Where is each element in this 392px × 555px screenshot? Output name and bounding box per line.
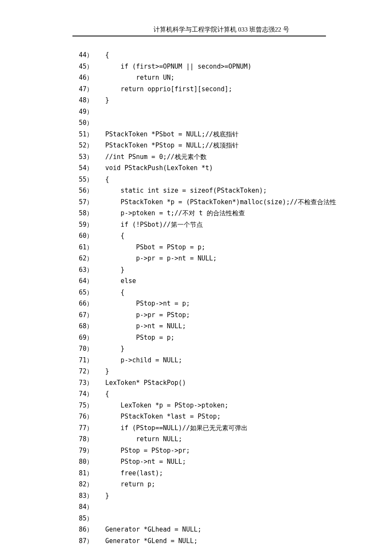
code-line: 83）}	[79, 490, 392, 502]
line-number: 54）	[79, 162, 105, 174]
code-text: PStop = p;	[105, 332, 175, 344]
code-line: 67） p->pr = PStop;	[79, 309, 392, 321]
line-number: 84）	[79, 501, 105, 513]
line-number: 46）	[79, 72, 105, 84]
code-text: p->child = NULL;	[105, 355, 182, 366]
code-text: void PStackPush(LexToken *t)	[105, 162, 213, 174]
code-line: 58） p->ptoken = t;//不对 t 的合法性检查	[79, 208, 392, 219]
code-text: free(last);	[105, 468, 163, 479]
code-text: p->ptoken = t;//不对 t 的合法性检查	[105, 208, 245, 219]
code-text: LexToken *p = PStop->ptoken;	[105, 400, 228, 411]
code-text: PStackToken *PStop = NULL;//栈顶指针	[105, 140, 239, 151]
code-line: 69） PStop = p;	[79, 332, 392, 344]
code-text: p->pr = PStop;	[105, 309, 190, 321]
code-text: p->nt = NULL;	[105, 321, 186, 332]
code-text: PStackToken *p = (PStackToken*)malloc(si…	[105, 197, 336, 208]
line-number: 60）	[79, 230, 105, 242]
code-line: 59） if (!PSbot)//第一个节点	[79, 219, 392, 231]
page-header: 计算机科学与工程学院 计算机 033 班 曾志强 22 号	[72, 26, 326, 36]
line-number: 73）	[79, 377, 105, 389]
code-text: PStop->nt = p;	[105, 298, 190, 309]
line-number: 52）	[79, 140, 105, 151]
code-line: 80） PStop->nt = NULL;	[79, 456, 392, 468]
code-line: 70） }	[79, 343, 392, 355]
code-text: return UN;	[105, 72, 175, 84]
code-text: PStop = PStop->pr;	[105, 445, 190, 457]
code-text: }	[105, 95, 109, 106]
code-text: p->pr = p->nt = NULL;	[105, 253, 217, 264]
header-name: 曾志强	[256, 26, 275, 34]
line-number: 69）	[79, 332, 105, 344]
code-line: 50）	[79, 117, 392, 129]
code-line: 76） PStackToken *last = PStop;	[79, 411, 392, 422]
code-text: {	[105, 49, 109, 61]
code-listing: 44）{45） if (first>=OPNUM || second>=OPNU…	[79, 49, 392, 546]
line-number: 78）	[79, 434, 105, 445]
line-number: 45）	[79, 61, 105, 72]
code-line: 73）LexToken* PStackPop()	[79, 377, 392, 389]
code-text: return NULL;	[105, 434, 182, 445]
line-number: 61）	[79, 242, 105, 253]
code-line: 52）PStackToken *PStop = NULL;//栈顶指针	[79, 140, 392, 151]
code-text: Generator *GLhead = NULL;	[105, 524, 202, 535]
code-line: 55）{	[79, 174, 392, 185]
code-text: }	[105, 490, 109, 502]
code-text: if (PStop==NULL)//如果已无元素可弹出	[105, 422, 248, 434]
code-line: 74）{	[79, 388, 392, 400]
line-number: 87）	[79, 535, 105, 547]
code-text: PSbot = PStop = p;	[105, 242, 205, 253]
code-line: 57） PStackToken *p = (PStackToken*)mallo…	[79, 197, 392, 208]
code-text: LexToken* PStackPop()	[105, 377, 186, 389]
line-number: 59）	[79, 219, 105, 231]
code-line: 49）	[79, 106, 392, 118]
code-text: else	[105, 275, 136, 287]
line-number: 65）	[79, 287, 105, 298]
line-number: 82）	[79, 479, 105, 490]
code-line: 45） if (first>=OPNUM || second>=OPNUM)	[79, 61, 392, 72]
code-line: 53）//int PSnum = 0;//栈元素个数	[79, 151, 392, 163]
code-text: }	[105, 366, 109, 377]
code-line: 61） PSbot = PStop = p;	[79, 242, 392, 253]
code-line: 60） {	[79, 230, 392, 242]
line-number: 79）	[79, 445, 105, 457]
line-number: 48）	[79, 95, 105, 106]
code-line: 51）PStackToken *PSbot = NULL;//栈底指针	[79, 129, 392, 140]
code-text: }	[105, 264, 124, 276]
code-line: 79） PStop = PStop->pr;	[79, 445, 392, 457]
code-text: PStop->nt = NULL;	[105, 456, 186, 468]
code-text: PStackToken *PSbot = NULL;//栈底指针	[105, 129, 239, 140]
code-line: 62） p->pr = p->nt = NULL;	[79, 253, 392, 264]
code-line: 66） PStop->nt = p;	[79, 298, 392, 309]
code-line: 77） if (PStop==NULL)//如果已无元素可弹出	[79, 422, 392, 434]
code-text: Generator *GLend = NULL;	[105, 535, 198, 547]
code-text: if (first>=OPNUM || second>=OPNUM)	[105, 61, 251, 72]
line-number: 57）	[79, 197, 105, 208]
line-number: 66）	[79, 298, 105, 309]
line-number: 72）	[79, 366, 105, 377]
line-number: 49）	[79, 106, 105, 118]
line-number: 58）	[79, 208, 105, 219]
code-text: {	[105, 388, 109, 400]
line-number: 80）	[79, 456, 105, 468]
line-number: 62）	[79, 253, 105, 264]
code-line: 85）	[79, 513, 392, 524]
code-text: PStackToken *last = PStop;	[105, 411, 221, 422]
code-text: return opprio[first][second];	[105, 84, 232, 95]
line-number: 68）	[79, 321, 105, 332]
line-number: 86）	[79, 524, 105, 535]
code-text: {	[105, 287, 124, 298]
line-number: 74）	[79, 388, 105, 400]
code-line: 72）}	[79, 366, 392, 377]
line-number: 85）	[79, 513, 105, 524]
code-text: return p;	[105, 479, 155, 490]
code-text: {	[105, 230, 124, 242]
line-number: 81）	[79, 468, 105, 479]
code-line: 56） static int size = sizeof(PStackToken…	[79, 185, 392, 197]
header-num: 22 号	[275, 26, 289, 34]
line-number: 44）	[79, 49, 105, 61]
document-page: 计算机科学与工程学院 计算机 033 班 曾志强 22 号 44）{45） if…	[0, 0, 392, 555]
code-line: 65） {	[79, 287, 392, 298]
code-text: }	[105, 343, 124, 355]
line-number: 55）	[79, 174, 105, 185]
code-line: 68） p->nt = NULL;	[79, 321, 392, 332]
